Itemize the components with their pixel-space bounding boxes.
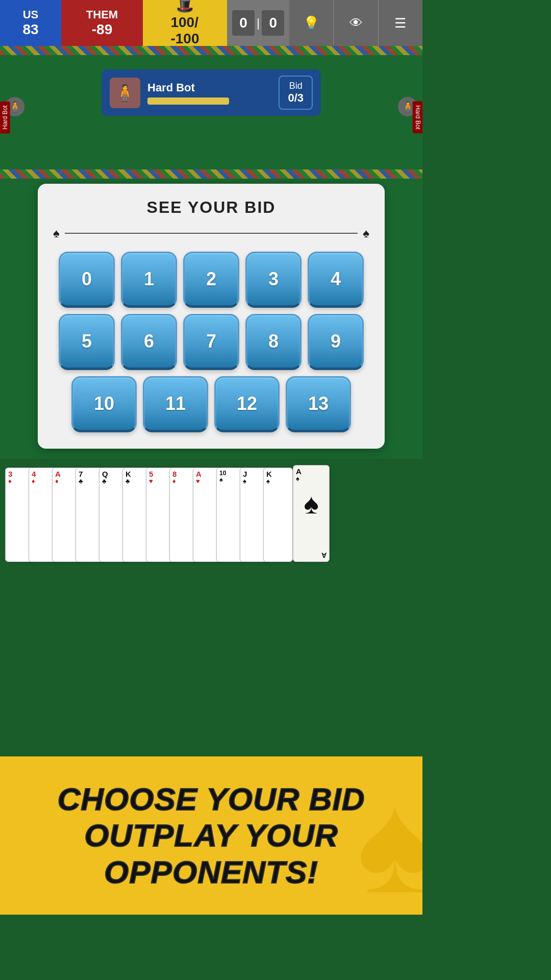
spade-right-icon: ♠	[363, 226, 369, 240]
divider-line	[65, 233, 358, 234]
us-score: 83	[22, 21, 38, 38]
banner-line1: CHOOSE YOUR BID	[58, 781, 365, 817]
bid-btn-0[interactable]: 0	[59, 252, 115, 308]
bid-btn-1[interactable]: 1	[121, 252, 177, 308]
hand-card-as[interactable]: A ♠ ♠ A	[293, 465, 330, 562]
left-player-label: Hard Bot	[0, 101, 10, 133]
bid-btn-7[interactable]: 7	[183, 314, 239, 370]
deco-bottom	[0, 169, 422, 179]
bid-btn-9[interactable]: 9	[308, 314, 364, 370]
bid-grid: 0 1 2 3 4 5 6 7 8 9 10 11 12 13	[53, 252, 369, 432]
bid-btn-3[interactable]: 3	[245, 252, 302, 308]
bid-modal: SEE YOUR BID ♠ ♠ 0 1 2 3 4 5 6 7 8 9 10	[38, 184, 385, 449]
big-spade-icon: ♠	[304, 487, 318, 520]
them-label: THEM	[86, 8, 118, 21]
light-button[interactable]: 💡	[289, 0, 334, 46]
bid-label: Bid	[288, 81, 304, 91]
score-them-panel: THEM -89	[61, 0, 143, 46]
player-info: Hard Bot	[147, 81, 271, 105]
bid-count-left: 0	[232, 10, 255, 36]
game-background: 🧍 Hard Bot Bid 0/3 🧍 🧍 Hard Bot Hard Bot	[0, 46, 422, 179]
them-score: -89	[92, 21, 112, 38]
right-player-label: Hard Bot	[412, 101, 422, 133]
bid-row-2: 5 6 7 8 9	[53, 314, 369, 370]
bid-btn-4[interactable]: 4	[308, 252, 364, 308]
bid-selection-area: SEE YOUR BID ♠ ♠ 0 1 2 3 4 5 6 7 8 9 10	[0, 179, 422, 459]
eye-button[interactable]: 👁	[334, 0, 378, 46]
bid-count-right: 0	[262, 10, 284, 36]
menu-button[interactable]: ☰	[379, 0, 422, 46]
bid-count-sep: |	[257, 16, 260, 30]
player-name: Hard Bot	[147, 81, 271, 94]
bid-value: 0/3	[288, 91, 304, 105]
score-us-panel: US 83	[0, 0, 61, 46]
bid-btn-2[interactable]: 2	[183, 252, 239, 308]
us-label: US	[23, 8, 39, 21]
player-avatar: 🧍	[110, 78, 140, 108]
player-bid-box: Bid 0/3	[279, 76, 313, 110]
deco-top	[0, 46, 422, 55]
banner-line2: OUTPLAY YOUR OPPONENTS!	[0, 817, 422, 890]
bid-btn-12[interactable]: 12	[214, 376, 280, 432]
spade-left-icon: ♠	[53, 226, 60, 240]
hat-icon: 🎩	[176, 0, 194, 14]
bid-btn-8[interactable]: 8	[245, 314, 302, 370]
bid-btn-11[interactable]: 11	[143, 376, 208, 432]
player-card: 🧍 Hard Bot Bid 0/3	[102, 69, 321, 116]
bid-divider: ♠ ♠	[53, 226, 369, 240]
bid-btn-5[interactable]: 5	[59, 314, 115, 370]
bid-btn-6[interactable]: 6	[121, 314, 177, 370]
bid-btn-10[interactable]: 10	[71, 376, 137, 432]
score-center-panel: 🎩 100/-100	[143, 0, 227, 46]
hand-card-ks[interactable]: K ♠	[263, 468, 293, 562]
center-score: 100/-100	[170, 14, 199, 47]
top-bar: US 83 THEM -89 🎩 100/-100 0 | 0 💡 👁 ☰	[0, 0, 422, 46]
bid-row-3: 10 11 12 13	[53, 376, 369, 432]
bid-row-1: 0 1 2 3 4	[53, 252, 369, 308]
bid-counter: 0 | 0	[227, 0, 289, 46]
bid-btn-13[interactable]: 13	[286, 376, 351, 432]
player-card-wrapper: 🧍 Hard Bot Bid 0/3	[0, 46, 422, 116]
bid-modal-title: SEE YOUR BID	[53, 198, 369, 217]
bottom-banner: ♠ CHOOSE YOUR BID OUTPLAY YOUR OPPONENTS…	[0, 756, 422, 915]
hand-area: 3 ♦ 4 ♦ A ♦ 7 ♣ Q ♣ K ♣ 5 ♥ 8 ♦ A ♥ 10 ♠	[0, 459, 422, 566]
player-progress-bar	[147, 97, 229, 105]
